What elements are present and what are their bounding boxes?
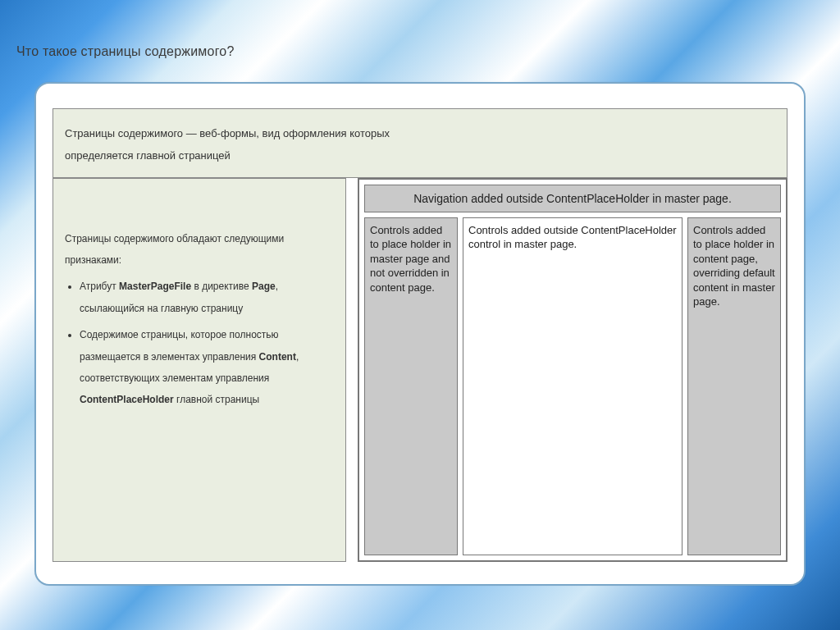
diagram-body: Controls added to place holder in master… (364, 217, 781, 555)
diagram-cell-left: Controls added to place holder in master… (364, 217, 458, 555)
slide-title: Что такое страницы содержимого? (16, 44, 235, 59)
intro-line-2: определяется главной страницей (65, 144, 775, 167)
bold: ContentPlaceHolder (80, 394, 174, 405)
text: главной страницы (174, 394, 260, 405)
text: Атрибут (80, 281, 119, 292)
text: в директиве (191, 281, 252, 292)
intro-line-1: Страницы содержимого — веб-формы, вид оф… (65, 122, 775, 144)
bold: Page (252, 281, 276, 292)
bold: MasterPageFile (119, 281, 191, 292)
columns: Страницы содержимого обладают следующими… (52, 178, 788, 562)
feature-item-1: Атрибут MasterPageFile в директиве Page,… (80, 276, 334, 319)
master-page-diagram: Navigation added outside ContentPlaceHol… (358, 178, 788, 562)
text: Содержимое страницы, которое полностью р… (80, 329, 279, 362)
content-panel: Страницы содержимого — веб-формы, вид оф… (34, 82, 806, 586)
intro-box: Страницы содержимого — веб-формы, вид оф… (52, 108, 788, 178)
features-box: Страницы содержимого обладают следующими… (52, 178, 346, 562)
diagram-header: Navigation added outside ContentPlaceHol… (364, 185, 781, 212)
features-list: Атрибут MasterPageFile в директиве Page,… (65, 276, 334, 410)
diagram-cell-middle: Controls added outside ContentPlaceHolde… (463, 217, 682, 555)
feature-item-2: Содержимое страницы, которое полностью р… (80, 324, 334, 411)
features-lead: Страницы содержимого обладают следующими… (65, 228, 334, 272)
diagram-container: Navigation added outside ContentPlaceHol… (358, 178, 788, 562)
bold: Content (259, 351, 296, 363)
diagram-cell-right: Controls added to place holder in conten… (687, 217, 781, 555)
